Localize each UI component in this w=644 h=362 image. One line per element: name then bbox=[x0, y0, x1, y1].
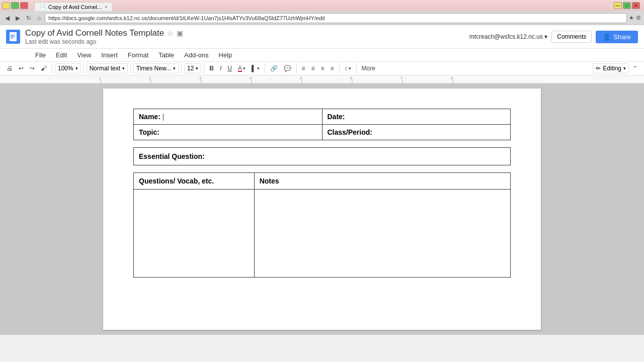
folder-button[interactable]: ▣ bbox=[177, 29, 183, 37]
minimize-btn[interactable]: — bbox=[614, 2, 622, 9]
menu-item-table[interactable]: Table bbox=[153, 49, 179, 61]
menu-item-format[interactable]: Format bbox=[123, 49, 153, 61]
bookmark-icon[interactable]: ★ bbox=[629, 15, 634, 21]
svg-text:7: 7 bbox=[400, 76, 403, 80]
class-cell[interactable]: Class/Period: bbox=[322, 125, 511, 140]
comment-button[interactable]: 💬 bbox=[281, 63, 294, 73]
redo-button[interactable]: ↪ bbox=[27, 63, 37, 73]
back-button[interactable]: ◀ bbox=[3, 14, 12, 23]
text-cursor bbox=[163, 114, 164, 121]
font-value: Times New... bbox=[136, 65, 171, 72]
gdocs-header: Copy of Avid Cornell Notes Template ☆ ▣ … bbox=[0, 25, 644, 49]
menu-bar: File Edit View Insert Format Table Add-o… bbox=[0, 49, 644, 62]
editing-mode-dropdown[interactable]: ✏ Editing ▾ bbox=[593, 63, 629, 73]
tab-close-button[interactable]: × bbox=[105, 5, 107, 10]
underline-button[interactable]: U bbox=[225, 63, 234, 73]
notes-cell[interactable] bbox=[254, 190, 510, 278]
align-center-button[interactable]: ≡ bbox=[309, 63, 317, 73]
undo-button[interactable]: ↩ bbox=[16, 63, 26, 73]
style-caret: ▾ bbox=[122, 66, 125, 71]
comments-button[interactable]: Comments bbox=[551, 31, 592, 43]
name-value[interactable] bbox=[163, 113, 164, 121]
paint-format-button[interactable]: 🖌 bbox=[38, 63, 49, 73]
font-caret: ▾ bbox=[173, 66, 176, 71]
share-icon: 👤 bbox=[603, 33, 611, 41]
forward-button[interactable]: ▶ bbox=[14, 14, 22, 23]
star-button[interactable]: ☆ bbox=[167, 29, 174, 37]
questions-header: Questions/ Vocab, etc. bbox=[134, 173, 255, 190]
share-button[interactable]: 👤 Share bbox=[596, 31, 638, 43]
menu-item-file[interactable]: File bbox=[30, 49, 51, 61]
user-info[interactable]: mtcreach@wsfcs.k12.nc.us ▾ bbox=[469, 33, 548, 40]
highlight-icon: ▌ bbox=[252, 65, 256, 72]
essential-question-box[interactable]: Essential Question: bbox=[133, 147, 511, 165]
svg-text:5: 5 bbox=[300, 76, 302, 80]
editing-label: Editing bbox=[603, 65, 621, 72]
browser-tab[interactable]: 📄 Copy of Avid Cornel... × bbox=[34, 2, 113, 11]
toolbar: 🖨 ↩ ↪ 🖌 100% ▾ Normal text ▾ Times New..… bbox=[0, 62, 644, 75]
separator-3 bbox=[130, 63, 131, 73]
menu-item-edit[interactable]: Edit bbox=[51, 49, 72, 61]
maximize-btn[interactable]: □ bbox=[623, 2, 631, 9]
print-button[interactable]: 🖨 bbox=[4, 63, 15, 73]
header-right: mtcreach@wsfcs.k12.nc.us ▾ Comments 👤 Sh… bbox=[469, 31, 638, 43]
italic-button[interactable]: I bbox=[217, 63, 224, 73]
document-area: Name: Date: Topic: Class/Period: bbox=[0, 83, 644, 335]
browser-chrome: 📄 Copy of Avid Cornel... × — □ × ◀ ▶ ↻ ⌂… bbox=[0, 0, 644, 25]
highlight-caret: ▾ bbox=[257, 66, 260, 71]
link-button[interactable]: 🔗 bbox=[268, 63, 280, 73]
menu-item-insert[interactable]: Insert bbox=[96, 49, 123, 61]
class-label: Class/Period: bbox=[328, 128, 372, 136]
notes-content-row bbox=[134, 190, 511, 278]
svg-rect-3 bbox=[11, 38, 13, 39]
separator-6 bbox=[265, 63, 265, 73]
svg-text:4: 4 bbox=[250, 76, 252, 80]
notes-header: Notes bbox=[254, 173, 510, 190]
more-button[interactable]: More bbox=[359, 63, 378, 73]
bold-button[interactable]: B bbox=[207, 63, 216, 73]
size-dropdown[interactable]: 12 ▾ bbox=[184, 63, 201, 73]
topic-label: Topic: bbox=[139, 128, 159, 136]
style-dropdown[interactable]: Normal text ▾ bbox=[87, 63, 128, 73]
address-bar[interactable]: https://docs.google.com/wsfcs.k12.nc.us/… bbox=[45, 13, 627, 23]
align-justify-button[interactable]: ≡ bbox=[328, 63, 337, 73]
separator-8 bbox=[339, 63, 340, 73]
essential-question-label: Essential Question: bbox=[139, 152, 205, 160]
svg-rect-4 bbox=[0, 75, 644, 83]
line-spacing-button[interactable]: ↕ ▾ bbox=[342, 63, 354, 73]
topic-cell[interactable]: Topic: bbox=[134, 125, 323, 140]
close-btn[interactable]: × bbox=[632, 2, 640, 9]
settings-icon[interactable]: ⚙ bbox=[636, 15, 641, 21]
document-title[interactable]: Copy of Avid Cornell Notes Template bbox=[25, 28, 164, 38]
menu-item-addons[interactable]: Add-ons bbox=[179, 49, 213, 61]
questions-cell[interactable] bbox=[134, 190, 255, 278]
size-value: 12 bbox=[187, 65, 194, 72]
name-cell[interactable]: Name: bbox=[134, 109, 323, 125]
editing-icon: ✏ bbox=[596, 65, 601, 72]
address-icons: ★ ⚙ bbox=[629, 15, 641, 21]
maximize-button[interactable] bbox=[11, 2, 19, 9]
menu-item-help[interactable]: Help bbox=[214, 49, 237, 61]
home-button[interactable]: ⌂ bbox=[35, 14, 43, 23]
align-left-button[interactable]: ≡ bbox=[299, 63, 308, 73]
date-cell[interactable]: Date: bbox=[322, 109, 511, 125]
notes-header-row: Questions/ Vocab, etc. Notes bbox=[134, 173, 511, 190]
svg-text:8: 8 bbox=[451, 76, 453, 80]
refresh-button[interactable]: ↻ bbox=[24, 14, 33, 23]
document-page: Name: Date: Topic: Class/Period: bbox=[103, 88, 541, 330]
zoom-dropdown[interactable]: 100% ▾ bbox=[55, 63, 81, 73]
menu-item-view[interactable]: View bbox=[72, 49, 96, 61]
separator-5 bbox=[204, 63, 204, 73]
header-info-table: Name: Date: Topic: Class/Period: bbox=[133, 109, 511, 140]
align-right-button[interactable]: ≡ bbox=[318, 63, 327, 73]
notes-table-header: Questions/ Vocab, etc. Notes bbox=[134, 173, 511, 190]
text-color-button[interactable]: A ▾ bbox=[235, 63, 248, 73]
collapse-toolbar-button[interactable]: ⌃ bbox=[630, 63, 640, 73]
font-dropdown[interactable]: Times New... ▾ bbox=[133, 63, 179, 73]
minimize-button[interactable] bbox=[2, 2, 10, 9]
close-button[interactable] bbox=[20, 2, 28, 9]
gdocs-title-row: Copy of Avid Cornell Notes Template ☆ ▣ bbox=[25, 28, 464, 38]
window-controls bbox=[2, 2, 28, 9]
name-label: Name: bbox=[139, 113, 160, 121]
highlight-button[interactable]: ▌ ▾ bbox=[249, 63, 262, 73]
